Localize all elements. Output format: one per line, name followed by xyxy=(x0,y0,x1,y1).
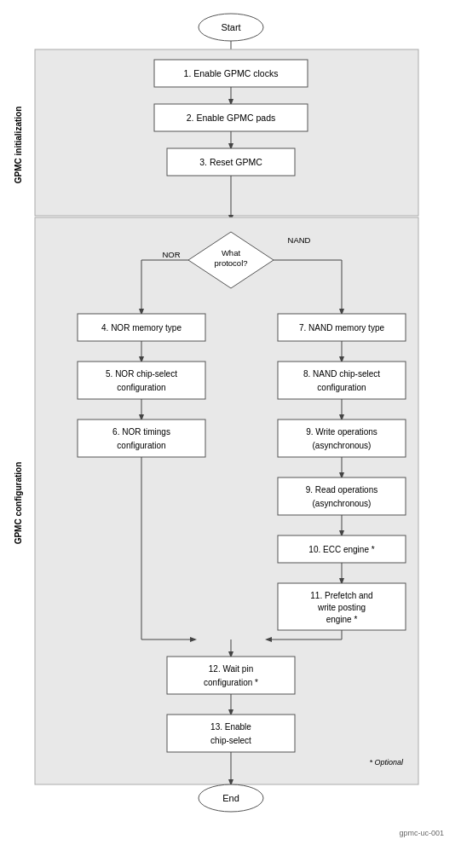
svg-rect-17 xyxy=(78,362,205,399)
step1-label: 1. Enable GPMC clocks xyxy=(183,68,278,78)
step4-label: 4. NOR memory type xyxy=(101,323,182,333)
step8-label2: configuration xyxy=(317,383,366,392)
step9a-label1: 9. Write operations xyxy=(306,427,377,437)
section1-label: GPMC initialization xyxy=(14,107,23,184)
svg-rect-24 xyxy=(278,362,406,399)
step3-label: 3. Reset GPMC xyxy=(199,157,262,167)
diamond-label: What xyxy=(221,248,240,258)
svg-rect-19 xyxy=(78,420,205,457)
nand-label: NAND xyxy=(287,235,310,245)
section2-label: GPMC configuration xyxy=(14,462,23,545)
step2-label: 2. Enable GPMC pads xyxy=(186,113,274,123)
optional-note: * Optional xyxy=(369,758,404,767)
footer-label: gpmc-uc-001 xyxy=(399,829,444,837)
step13-label1: 13. Enable xyxy=(210,722,251,732)
step11-label1: 11. Prefetch and xyxy=(310,591,372,600)
step6-label1: 6. NOR timings xyxy=(112,427,170,437)
step5-label2: configuration xyxy=(117,383,165,392)
start-label: Start xyxy=(221,22,240,32)
step5-label1: 5. NOR chip-select xyxy=(106,369,177,379)
step7-label: 7. NAND memory type xyxy=(298,323,383,333)
step9b-label1: 9. Read operations xyxy=(305,485,377,495)
step10-label: 10. ECC engine * xyxy=(308,545,374,554)
step11-label2: write posting xyxy=(316,603,365,612)
svg-rect-28 xyxy=(278,477,406,515)
step8-label1: 8. NAND chip-select xyxy=(303,369,379,379)
flowchart-svg: Start GPMC initialization 1. Enable GPMC… xyxy=(9,9,452,844)
step9b-label2: (asynchronous) xyxy=(312,499,371,508)
svg-rect-36 xyxy=(167,657,295,694)
page-container: Start GPMC initialization 1. Enable GPMC… xyxy=(0,0,461,868)
nor-label: NOR xyxy=(162,250,180,259)
step13-label2: chip-select xyxy=(210,736,251,745)
svg-rect-26 xyxy=(278,420,406,457)
step9a-label2: (asynchronous) xyxy=(312,441,371,450)
step11-label3: engine * xyxy=(326,615,357,624)
step12-label1: 12. Wait pin xyxy=(208,664,252,674)
end-label: End xyxy=(222,793,239,803)
step12-label2: configuration * xyxy=(204,678,258,687)
step6-label2: configuration xyxy=(117,441,165,450)
svg-rect-38 xyxy=(167,715,295,752)
diamond-label2: protocol? xyxy=(214,258,247,268)
